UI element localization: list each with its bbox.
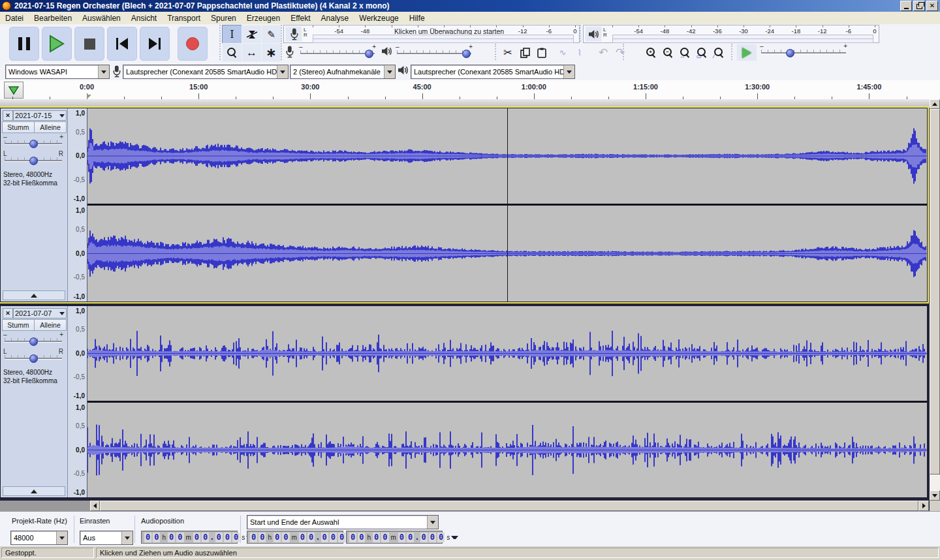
- menu-effekt[interactable]: Effekt: [285, 12, 315, 24]
- horizontal-scroll-thumb[interactable]: [100, 501, 918, 511]
- track-title-button[interactable]: 2021-07-07: [13, 308, 67, 319]
- selection-tool-button[interactable]: I: [222, 25, 242, 44]
- recording-channels-select[interactable]: 2 (Stereo) Aufnahmekanäle: [290, 65, 396, 79]
- pause-button[interactable]: [9, 27, 39, 61]
- playback-meter[interactable]: LR-54-48-42-36-30-24-18-12-60: [583, 25, 879, 43]
- gain-slider[interactable]: –+: [3, 134, 63, 149]
- slider-thumb[interactable]: [29, 140, 38, 148]
- dropdown-button[interactable]: [384, 65, 395, 78]
- undo-button[interactable]: ↶: [595, 44, 612, 61]
- playback-device-select[interactable]: Lautsprecher (Conexant 20585 SmartAudio …: [411, 65, 575, 79]
- gain-slider[interactable]: –+: [3, 332, 63, 347]
- meter-speaker-button[interactable]: [585, 26, 602, 42]
- collapse-track-button[interactable]: [3, 486, 65, 496]
- menu-erzeugen[interactable]: Erzeugen: [242, 12, 285, 24]
- meter-mic-button[interactable]: [285, 26, 302, 42]
- slider-thumb[interactable]: [29, 354, 38, 363]
- scroll-up-button[interactable]: [930, 99, 940, 109]
- record-button[interactable]: [178, 27, 208, 61]
- recording-volume-slider[interactable]: –+: [299, 44, 376, 59]
- menu-hilfe[interactable]: Hilfe: [404, 12, 430, 24]
- selection-end-display[interactable]: 00h00m00.000s: [346, 531, 443, 544]
- minimize-button[interactable]: [900, 1, 912, 11]
- channel-left[interactable]: [87, 306, 927, 401]
- menu-transport[interactable]: Transport: [162, 12, 206, 24]
- fit-project-button[interactable]: ▭: [694, 44, 711, 61]
- play-at-speed-button[interactable]: [736, 44, 757, 61]
- slider-thumb[interactable]: [29, 157, 38, 165]
- snap-select[interactable]: Aus: [80, 531, 133, 545]
- cut-button[interactable]: ✂: [499, 44, 516, 61]
- clip-boundary-line[interactable]: [507, 108, 508, 302]
- zoom-in-button[interactable]: +: [643, 44, 660, 61]
- timeline-ruler[interactable]: 0:0015:0030:0045:001:00:001:15:001:30:00…: [0, 80, 940, 100]
- play-speed-slider[interactable]: –+: [760, 44, 847, 58]
- dropdown-button[interactable]: [98, 65, 109, 78]
- dropdown-button[interactable]: [563, 65, 574, 78]
- waveform[interactable]: [87, 306, 927, 401]
- track-2021-07-07[interactable]: ✕2021-07-07StummAlleine–+LRStereo, 48000…: [0, 305, 928, 498]
- mute-button[interactable]: Stumm: [2, 319, 35, 331]
- track-close-button[interactable]: ✕: [3, 110, 13, 121]
- channel-right[interactable]: [87, 403, 927, 497]
- vertical-scrollbar[interactable]: [930, 99, 940, 501]
- zoom-tool-button[interactable]: [222, 43, 242, 62]
- track-wave-zone[interactable]: [87, 108, 927, 302]
- audio-host-select[interactable]: Windows WASAPI: [5, 65, 110, 79]
- mute-button[interactable]: Stumm: [2, 121, 35, 133]
- slider-thumb[interactable]: [29, 337, 38, 346]
- restore-button[interactable]: [913, 1, 925, 11]
- play-button[interactable]: [42, 27, 72, 61]
- playback-volume-slider[interactable]: –+: [396, 44, 473, 59]
- scroll-down-button[interactable]: [930, 490, 940, 501]
- track-wave-zone[interactable]: [87, 306, 927, 497]
- paste-button[interactable]: [533, 44, 550, 61]
- menu-spuren[interactable]: Spuren: [206, 12, 242, 24]
- slider-thumb[interactable]: [365, 50, 373, 58]
- skip-to-start-button[interactable]: [107, 27, 137, 61]
- solo-button[interactable]: Alleine: [34, 121, 67, 133]
- stop-button[interactable]: [74, 27, 104, 61]
- skip-to-end-button[interactable]: [140, 27, 170, 61]
- chevron-down-icon[interactable]: [451, 536, 458, 539]
- recording-meter[interactable]: LR-54-48-12-60Klicken um Überwachung zu …: [283, 25, 580, 43]
- vertical-scroll-thumb[interactable]: [930, 109, 940, 474]
- envelope-tool-button[interactable]: [242, 25, 262, 44]
- zoom-out-button[interactable]: −: [660, 44, 677, 61]
- dropdown-button[interactable]: [277, 65, 288, 78]
- menu-bearbeiten[interactable]: Bearbeiten: [29, 12, 77, 24]
- dropdown-button[interactable]: [121, 531, 133, 544]
- slider-thumb[interactable]: [786, 49, 794, 57]
- trim-audio-outside-selection-button[interactable]: ∿: [554, 44, 571, 61]
- redo-button[interactable]: ↷: [612, 44, 629, 61]
- waveform[interactable]: [87, 403, 927, 497]
- draw-tool-button[interactable]: ✎: [261, 25, 281, 44]
- audio-position-display[interactable]: 00h00m00.000s: [141, 531, 238, 544]
- menu-werkzeuge[interactable]: Werkzeuge: [354, 12, 403, 24]
- dropdown-button[interactable]: [56, 531, 67, 544]
- project-rate-select[interactable]: 48000: [10, 531, 68, 545]
- copy-button[interactable]: [516, 44, 533, 61]
- solo-button[interactable]: Alleine: [34, 319, 67, 331]
- silence-audio-selection-button[interactable]: ⌇: [571, 44, 588, 61]
- multi-tool-button[interactable]: ∗: [261, 43, 281, 62]
- slider-thumb[interactable]: [462, 50, 471, 58]
- close-button[interactable]: ✕: [926, 1, 938, 11]
- track-close-button[interactable]: ✕: [3, 308, 13, 319]
- zoom-to-selection-button[interactable]: ↔: [677, 44, 694, 61]
- vertical-ruler[interactable]: 1,00,50,0-0,5-1,01,00,50,0-0,5-1,0: [68, 108, 87, 302]
- title-bar[interactable]: 2021-07-15 Regen Orchester (Blech + 2021…: [0, 0, 940, 12]
- track-title-button[interactable]: 2021-07-15: [13, 110, 67, 121]
- menu-datei[interactable]: Datei: [0, 12, 29, 24]
- collapse-track-button[interactable]: [3, 290, 65, 300]
- pan-slider[interactable]: LR: [3, 151, 63, 166]
- menu-auswhlen[interactable]: Auswählen: [77, 12, 126, 24]
- menu-ansicht[interactable]: Ansicht: [126, 12, 162, 24]
- zoom-toggle-button[interactable]: ∕: [711, 44, 728, 61]
- scroll-right-button[interactable]: [918, 501, 929, 511]
- menu-analyse[interactable]: Analyse: [316, 12, 354, 24]
- recording-device-select[interactable]: Lautsprecher (Conexant 20585 SmartAudio …: [123, 65, 289, 79]
- vertical-ruler[interactable]: 1,00,50,0-0,5-1,01,00,50,0-0,5-1,0: [68, 306, 87, 497]
- track-2021-07-15[interactable]: ✕2021-07-15StummAlleine–+LRStereo, 48000…: [0, 108, 928, 302]
- scroll-left-button[interactable]: [90, 501, 100, 511]
